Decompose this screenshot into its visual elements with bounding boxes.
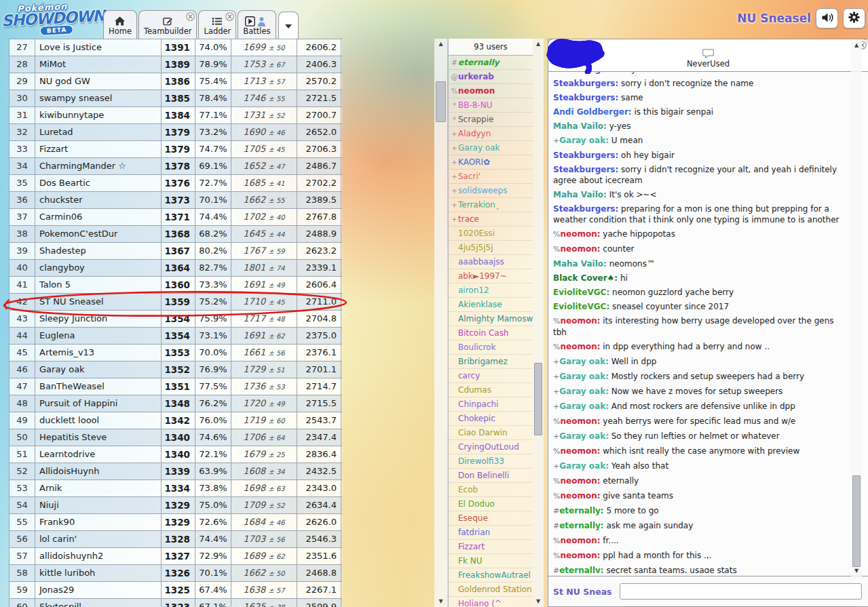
tab-battles[interactable]: Battles (238, 10, 276, 39)
chat-username[interactable]: neomon: (560, 416, 600, 426)
chat-username[interactable]: neomon: (560, 446, 600, 456)
scroll-down-arrow-icon[interactable]: ▼ (533, 596, 544, 607)
chat-username[interactable]: Garay oak: (559, 387, 609, 396)
chat-username[interactable]: EvioliteVGC: (553, 302, 609, 311)
userlist-user[interactable]: El Doduo (449, 497, 533, 511)
chat-username[interactable]: Garay oak: (559, 372, 609, 381)
chat-username[interactable]: neomon: (560, 244, 600, 254)
tab-overflow-button[interactable] (278, 12, 299, 39)
userlist-scrollbar[interactable]: ▲ ▼ (533, 39, 544, 607)
userlist-user[interactable]: aaabbaajss (449, 255, 533, 269)
player-name-cell[interactable]: Skytespill (35, 599, 162, 607)
close-icon[interactable] (225, 12, 234, 21)
userlist-user[interactable]: Chokepic (449, 412, 533, 426)
userlist-user[interactable]: Direwolfi33 (449, 454, 533, 469)
userlist-user[interactable]: Boulicrok (449, 340, 533, 355)
player-name-cell[interactable]: PokemonC'estDur (35, 226, 162, 242)
chat-username[interactable]: neomon: (560, 229, 600, 239)
userlist-user[interactable]: +solidsweeps (449, 184, 533, 198)
chat-username[interactable]: neomon: (560, 316, 600, 326)
userlist-user[interactable]: Goldenrod Station (449, 583, 533, 597)
scroll-down-arrow-icon[interactable]: ▼ (851, 566, 862, 576)
userlist-user[interactable]: +KAORI✿ (449, 155, 533, 170)
userlist-user[interactable]: Eseque (449, 511, 533, 526)
scrollbar-thumb[interactable] (436, 81, 446, 122)
player-name-cell[interactable]: Dos Beartic (35, 175, 162, 191)
chat-input[interactable] (620, 583, 862, 600)
userlist-user[interactable]: Cdumas (449, 383, 533, 397)
userlist-user[interactable]: Akienklase (449, 298, 533, 312)
player-name-cell[interactable]: Garay oak (35, 361, 162, 378)
userlist-user[interactable]: +Terrakion¸ (449, 198, 533, 212)
player-name-cell[interactable]: Talon 5 (35, 277, 162, 293)
chat-username[interactable]: EvioliteVGC: (553, 288, 609, 297)
chat-username[interactable]: Andi Goldberger: (553, 107, 632, 117)
chat-username[interactable]: neomon: (560, 551, 600, 560)
chat-username[interactable]: eternally: (559, 506, 603, 515)
userlist-user[interactable]: Bitcoin Cash (449, 326, 533, 340)
scrollbar-thumb[interactable] (534, 363, 542, 435)
chat-username[interactable]: neomon: (560, 536, 600, 545)
userlist-user[interactable]: Ecob (449, 483, 533, 497)
chat-username[interactable]: Garay oak: (559, 136, 609, 145)
tab-home[interactable]: Home (103, 10, 137, 39)
player-name-cell[interactable]: Artemis_v13 (35, 345, 162, 361)
userlist-user[interactable]: Almighty Mamoswi (449, 312, 533, 326)
player-name-cell[interactable]: Luretad (35, 124, 162, 140)
player-name-cell[interactable]: Sleepy Junction (35, 311, 162, 327)
player-name-cell[interactable]: Pursuit of Happini (35, 395, 162, 412)
player-name-cell[interactable]: kiwibunnytape (35, 107, 162, 123)
showdown-logo[interactable]: Pokémon SHOWDOWN BETA (0, 0, 104, 41)
player-name-cell[interactable]: Love is Justice (35, 39, 162, 56)
userlist-user[interactable]: %neomon (449, 84, 533, 98)
player-name-cell[interactable]: Shadestep (35, 243, 162, 259)
chat-scrollbar[interactable]: ▲ ▼ (851, 40, 862, 576)
username[interactable]: NU Sneasel (737, 12, 811, 25)
userlist-user[interactable]: carcy (449, 369, 533, 383)
player-name-cell[interactable]: AllidoisHuynh (35, 463, 162, 479)
player-name-cell[interactable]: NU god GW (35, 73, 162, 90)
tab-neverused[interactable]: NeverUsed (548, 39, 868, 72)
player-name-cell[interactable]: Frank90 (35, 514, 162, 530)
userlist-user[interactable]: +trace (449, 212, 533, 227)
userlist-user[interactable]: Fizzart (449, 540, 533, 554)
userlist-user[interactable]: FreakshowAutrael (449, 568, 533, 583)
chat-username[interactable]: Maha Vailo: (553, 121, 607, 131)
scrollbar-thumb[interactable] (852, 475, 861, 567)
userlist-user[interactable]: *BB-8-NU (449, 98, 533, 113)
userlist-user[interactable]: 4ju5j5j5j (449, 241, 533, 255)
chat-username[interactable]: neomon: (560, 491, 600, 501)
userlist-user[interactable]: Holiano (^ (449, 597, 533, 607)
userlist-user[interactable]: @urkerab (449, 70, 533, 84)
player-name-cell[interactable]: Arnik (35, 480, 162, 496)
chat-username[interactable]: neomon: (560, 476, 600, 486)
chat-username[interactable]: Steakburgers: (553, 151, 618, 160)
chat-username[interactable]: Garay oak: (559, 357, 609, 366)
player-name-cell[interactable]: Hepatitis Steve (35, 429, 162, 446)
player-name-cell[interactable]: ST NU Sneasel (35, 294, 162, 310)
chat-username[interactable]: Garay oak: (559, 461, 609, 471)
userlist-user[interactable]: +Sacri' (449, 170, 533, 184)
player-name-cell[interactable]: lol carin' (35, 531, 162, 547)
userlist-user[interactable]: 1020Essi (449, 227, 533, 241)
chat-username[interactable]: Steakburgers: (553, 204, 618, 214)
sound-button[interactable] (816, 8, 838, 28)
chat-username[interactable]: Maha Vailo: (553, 190, 607, 199)
userlist-user[interactable]: Chinpachi (449, 397, 533, 412)
chat-username[interactable]: Steakburgers: (553, 93, 618, 102)
player-name-cell[interactable]: Fizzart (35, 141, 162, 157)
player-name-cell[interactable]: clangyboy (35, 260, 162, 276)
tab-teambuilder[interactable]: Teambuilder (138, 10, 197, 39)
chat-username[interactable]: Steakburgers: (553, 165, 618, 174)
player-name-cell[interactable]: ducklett loool (35, 412, 162, 429)
chat-username[interactable]: neomon: (560, 342, 600, 351)
userlist-user[interactable]: Don Belinelli (449, 469, 533, 483)
player-name-cell[interactable]: CharmingMander ☆ (35, 158, 162, 174)
scroll-up-arrow-icon[interactable]: ▲ (851, 40, 862, 51)
player-name-cell[interactable]: MiMot (35, 56, 162, 73)
chat-username[interactable]: Garay oak: (559, 402, 609, 411)
scroll-up-arrow-icon[interactable]: ▲ (533, 39, 544, 50)
player-name-cell[interactable]: Euglena (35, 328, 162, 344)
player-name-cell[interactable]: BanTheWeasel (35, 378, 162, 395)
userlist-user[interactable]: Fk NU (449, 554, 533, 568)
